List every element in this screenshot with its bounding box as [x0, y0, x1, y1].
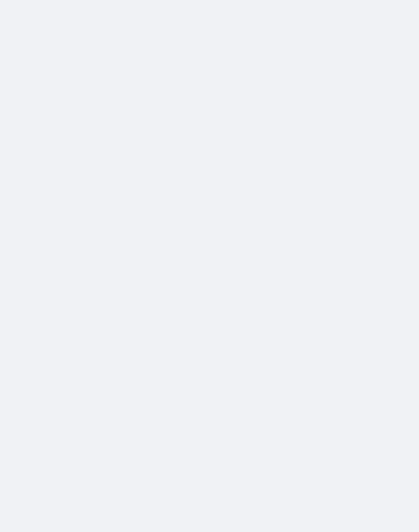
tree-container [6, 6, 413, 526]
connector-lines [6, 6, 413, 526]
